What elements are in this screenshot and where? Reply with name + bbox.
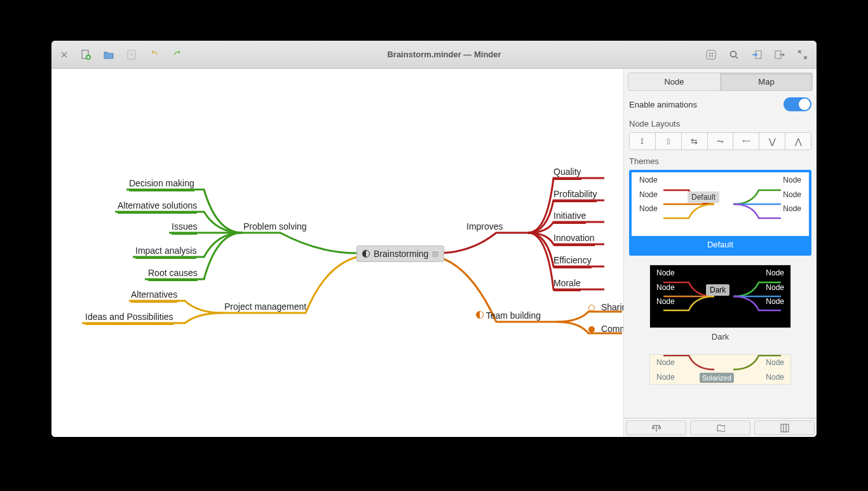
- child-node[interactable]: Alternatives: [131, 289, 177, 303]
- child-node[interactable]: Communication: [588, 324, 623, 334]
- svg-rect-11: [781, 424, 789, 432]
- window-title: Brainstorm.minder — Minder: [387, 50, 501, 59]
- branch-label[interactable]: Problem solving: [243, 221, 307, 232]
- note-indicator-icon: [362, 250, 370, 258]
- layout-buttons: ⟟ 𖠂 ⇆ ⤳ ⬳ ⋁ ⋀: [629, 132, 811, 150]
- search-button[interactable]: [725, 46, 743, 64]
- child-node[interactable]: Ideas and Possibilities: [85, 312, 173, 325]
- import-button[interactable]: [748, 46, 766, 64]
- open-file-button[interactable]: [100, 46, 118, 64]
- themes-label: Themes: [629, 156, 811, 166]
- tab-node[interactable]: Node: [628, 73, 721, 91]
- child-node[interactable]: Initiative: [553, 211, 586, 224]
- branch-label[interactable]: Improves: [466, 221, 503, 232]
- child-text: Sharing: [601, 302, 623, 312]
- undo-button[interactable]: [146, 46, 163, 64]
- root-node-label: Brainstorming: [374, 249, 428, 259]
- theme-solarized[interactable]: Node Node Node Node Solarized: [629, 354, 811, 385]
- app-window: Brainstorm.minder — Minder: [51, 41, 817, 437]
- child-node[interactable]: Innovation: [553, 233, 595, 246]
- task-done-icon: [588, 326, 595, 333]
- child-node[interactable]: Morale: [553, 278, 581, 291]
- child-node[interactable]: Root causes: [148, 268, 198, 281]
- theme-preview-svg: [657, 271, 784, 322]
- child-node[interactable]: Quality: [553, 167, 581, 180]
- tab-map[interactable]: Map: [721, 73, 813, 91]
- bottom-tabs: [624, 418, 817, 437]
- mindmap-canvas[interactable]: Brainstorming Problem solving Decision m…: [51, 69, 623, 437]
- node-layouts-label: Node Layouts: [629, 119, 811, 128]
- content-area: Brainstorming Problem solving Decision m…: [51, 69, 817, 437]
- child-node[interactable]: Issues: [172, 221, 197, 235]
- child-node[interactable]: Alternative solutions: [118, 200, 197, 214]
- layout-up-button[interactable]: ⋀: [785, 133, 811, 149]
- bottom-tab-map[interactable]: [690, 420, 750, 435]
- svg-point-5: [712, 52, 713, 53]
- child-text: Communication: [601, 324, 623, 334]
- note-lines-icon: [432, 252, 438, 256]
- svg-point-8: [731, 51, 736, 57]
- theme-name-dark: Dark: [629, 328, 811, 345]
- task-open-icon: [588, 305, 595, 311]
- sidebar: Node Map Enable animations Node Layouts …: [623, 69, 817, 437]
- close-button[interactable]: [57, 47, 72, 62]
- branch-text: Team building: [486, 310, 541, 321]
- bottom-tab-balance[interactable]: [626, 420, 686, 435]
- bottom-tab-columns[interactable]: [754, 420, 815, 435]
- layout-down-button[interactable]: ⋁: [759, 133, 785, 149]
- sidebar-tabs: Node Map: [624, 69, 817, 91]
- enable-animations-toggle[interactable]: [783, 97, 811, 111]
- branch-label[interactable]: Project management: [224, 301, 306, 312]
- theme-default[interactable]: Node Node Node Node Node Node Default De…: [629, 170, 811, 256]
- export-button[interactable]: [771, 46, 789, 64]
- task-half-icon: [476, 311, 484, 319]
- layout-left-button[interactable]: ⬳: [733, 133, 759, 149]
- layout-right-button[interactable]: ⤳: [708, 133, 734, 149]
- theme-preview-svg: [657, 179, 784, 230]
- child-node[interactable]: Efficiency: [553, 255, 592, 268]
- root-node[interactable]: Brainstorming: [356, 246, 444, 262]
- fullscreen-button[interactable]: [794, 46, 811, 64]
- child-node[interactable]: Profitability: [553, 189, 597, 202]
- svg-rect-3: [707, 50, 715, 59]
- svg-point-7: [712, 55, 713, 56]
- svg-point-4: [709, 52, 710, 53]
- redo-button[interactable]: [168, 46, 186, 64]
- save-button[interactable]: [123, 46, 140, 64]
- theme-name-default: Default: [632, 236, 809, 253]
- branch-label[interactable]: Team building: [476, 310, 541, 321]
- layout-horizontal-button[interactable]: ⇆: [682, 133, 708, 149]
- theme-dark[interactable]: Node Node Node Node Node Node Dark Dark: [629, 265, 811, 345]
- layout-tree-button[interactable]: 𖠂: [656, 133, 682, 149]
- child-node[interactable]: Sharing: [588, 302, 623, 312]
- layout-radial-button[interactable]: ⟟: [630, 133, 656, 149]
- focus-mode-button[interactable]: [702, 46, 720, 64]
- sidebar-body: Enable animations Node Layouts ⟟ 𖠂 ⇆ ⤳ ⬳…: [624, 91, 817, 418]
- child-node[interactable]: Impact analysis: [135, 246, 196, 259]
- enable-animations-label: Enable animations: [629, 100, 697, 109]
- new-file-button[interactable]: [77, 46, 95, 64]
- titlebar: Brainstorm.minder — Minder: [51, 41, 817, 69]
- child-node[interactable]: Decision making: [129, 178, 194, 191]
- svg-point-6: [709, 55, 710, 56]
- animations-row: Enable animations: [629, 97, 811, 111]
